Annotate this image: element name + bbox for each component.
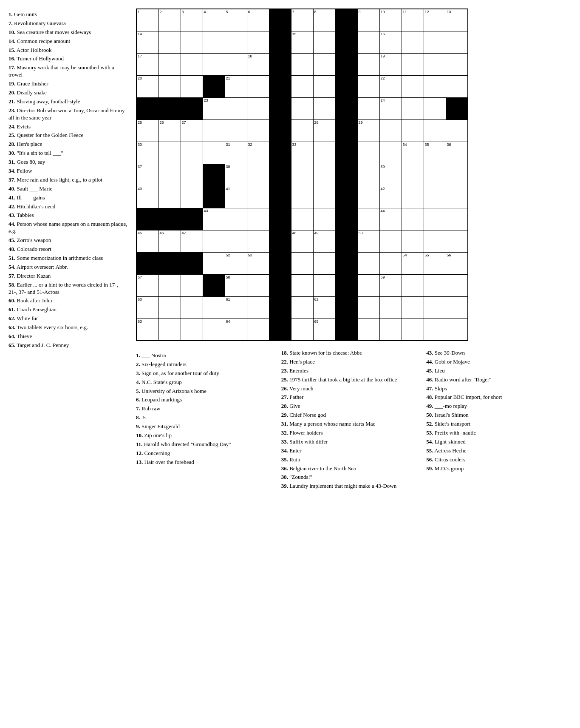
white-cell[interactable] [291,53,313,75]
white-cell[interactable] [247,208,269,230]
white-cell[interactable] [203,230,225,252]
white-cell[interactable] [291,274,313,296]
white-cell[interactable] [247,296,269,318]
white-cell[interactable]: 57 [136,274,158,296]
white-cell[interactable] [402,186,424,208]
white-cell[interactable] [313,164,335,186]
white-cell[interactable]: 29 [357,119,379,142]
white-cell[interactable]: 24 [379,97,402,119]
white-cell[interactable] [158,53,181,75]
white-cell[interactable]: 27 [181,119,203,142]
white-cell[interactable]: 23 [203,97,225,119]
white-cell[interactable] [446,53,468,75]
white-cell[interactable] [158,31,181,53]
white-cell[interactable] [225,31,247,53]
white-cell[interactable]: 4 [203,9,225,31]
white-cell[interactable] [181,318,203,341]
white-cell[interactable]: 8 [313,9,335,31]
white-cell[interactable] [247,75,269,97]
white-cell[interactable] [402,31,424,53]
white-cell[interactable] [424,164,446,186]
white-cell[interactable]: 43 [203,208,225,230]
white-cell[interactable]: 37 [136,164,158,186]
white-cell[interactable] [291,186,313,208]
white-cell[interactable] [203,318,225,341]
white-cell[interactable]: 50 [357,230,379,252]
white-cell[interactable] [357,208,379,230]
white-cell[interactable]: 1 [136,9,158,31]
white-cell[interactable] [357,75,379,97]
white-cell[interactable] [291,296,313,318]
white-cell[interactable]: 21 [225,75,247,97]
white-cell[interactable] [402,274,424,296]
white-cell[interactable]: 11 [402,9,424,31]
white-cell[interactable]: 34 [402,142,424,164]
white-cell[interactable] [379,142,402,164]
white-cell[interactable] [247,274,269,296]
white-cell[interactable] [181,164,203,186]
white-cell[interactable]: 40 [136,186,158,208]
white-cell[interactable] [446,274,468,296]
white-cell[interactable]: 19 [379,53,402,75]
white-cell[interactable] [313,252,335,274]
white-cell[interactable]: 59 [379,274,402,296]
white-cell[interactable] [158,142,181,164]
white-cell[interactable] [446,296,468,318]
white-cell[interactable] [158,75,181,97]
white-cell[interactable] [181,142,203,164]
white-cell[interactable]: 54 [402,252,424,274]
white-cell[interactable] [379,252,402,274]
white-cell[interactable]: 36 [446,142,468,164]
white-cell[interactable]: 35 [424,142,446,164]
white-cell[interactable] [402,230,424,252]
white-cell[interactable] [379,296,402,318]
white-cell[interactable] [446,230,468,252]
white-cell[interactable] [357,97,379,119]
white-cell[interactable] [313,31,335,53]
white-cell[interactable] [225,230,247,252]
white-cell[interactable] [247,164,269,186]
white-cell[interactable] [446,119,468,142]
white-cell[interactable] [424,119,446,142]
white-cell[interactable] [402,208,424,230]
white-cell[interactable] [225,53,247,75]
white-cell[interactable]: 52 [225,252,247,274]
white-cell[interactable]: 33 [291,142,313,164]
white-cell[interactable]: 31 [225,142,247,164]
white-cell[interactable]: 16 [379,31,402,53]
white-cell[interactable] [313,142,335,164]
white-cell[interactable] [291,318,313,341]
white-cell[interactable]: 55 [424,252,446,274]
white-cell[interactable]: 30 [136,142,158,164]
white-cell[interactable] [291,208,313,230]
white-cell[interactable] [181,186,203,208]
white-cell[interactable] [402,318,424,341]
white-cell[interactable]: 28 [313,119,335,142]
white-cell[interactable]: 14 [136,31,158,53]
white-cell[interactable]: 60 [136,296,158,318]
white-cell[interactable]: 41 [225,186,247,208]
white-cell[interactable] [357,274,379,296]
white-cell[interactable] [446,31,468,53]
white-cell[interactable] [203,53,225,75]
white-cell[interactable]: 10 [379,9,402,31]
white-cell[interactable]: 20 [136,75,158,97]
white-cell[interactable] [181,274,203,296]
white-cell[interactable] [247,97,269,119]
white-cell[interactable] [357,164,379,186]
white-cell[interactable] [446,75,468,97]
white-cell[interactable]: 38 [225,164,247,186]
white-cell[interactable]: 13 [446,9,468,31]
white-cell[interactable] [424,31,446,53]
white-cell[interactable] [357,186,379,208]
white-cell[interactable] [203,296,225,318]
white-cell[interactable]: 2 [158,9,181,31]
white-cell[interactable]: 3 [181,9,203,31]
white-cell[interactable] [181,75,203,97]
white-cell[interactable]: 44 [379,208,402,230]
white-cell[interactable] [291,252,313,274]
white-cell[interactable] [203,252,225,274]
white-cell[interactable]: 45 [136,230,158,252]
white-cell[interactable]: 7 [291,9,313,31]
white-cell[interactable] [402,53,424,75]
